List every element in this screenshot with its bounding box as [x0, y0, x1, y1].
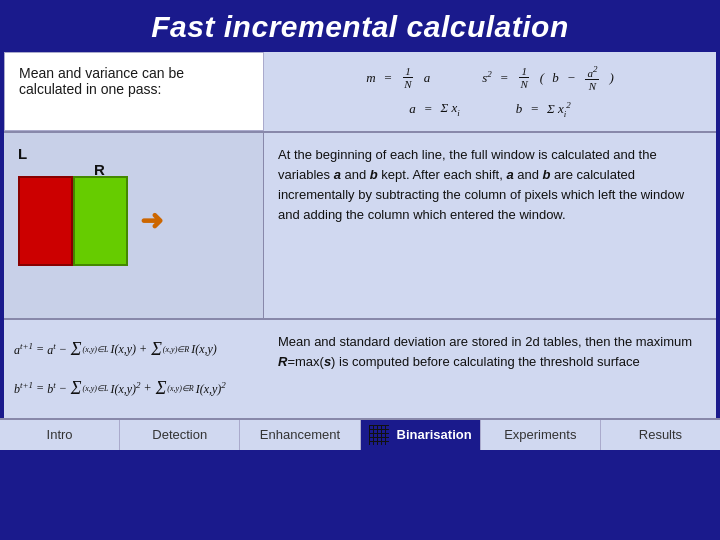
formula-image-box: m = 1N a s2 = 1N ( b − a2N ) a = Σ xi b [264, 52, 716, 131]
nav-item-detection[interactable]: Detection [120, 420, 240, 450]
red-box [18, 176, 73, 266]
increment-description: Mean and standard deviation are stored i… [264, 320, 716, 418]
window-diagram: L R ➜ [4, 133, 264, 318]
mean-variance-line2: calculated in one pass: [19, 81, 161, 97]
nav-label-experiments: Experiments [504, 427, 576, 442]
formula-b: bt+1 = bt − Σ (x,y)∈L I(x,y)2 + Σ (x,y)∈… [14, 378, 254, 399]
middle-section: L R ➜ At the beginning of each line, the… [4, 133, 716, 318]
diagram-area: ➜ [18, 176, 249, 266]
nav-label-intro: Intro [47, 427, 73, 442]
mean-variance-text: Mean and variance can be calculated in o… [4, 52, 264, 131]
nav-label-results: Results [639, 427, 682, 442]
label-L: L [18, 145, 249, 162]
label-R: R [94, 161, 105, 178]
nav-item-enhancement[interactable]: Enhancement [240, 420, 360, 450]
formula-line-2: a = Σ xi b = Σ xi2 [409, 98, 571, 121]
nav-item-experiments[interactable]: Experiments [481, 420, 601, 450]
top-section: Mean and variance can be calculated in o… [4, 52, 716, 133]
formula-a: at+1 = at − Σ (x,y)∈L I(x,y) + Σ (x,y)∈R… [14, 339, 254, 360]
nav-label-enhancement: Enhancement [260, 427, 340, 442]
bottom-section: at+1 = at − Σ (x,y)∈L I(x,y) + Σ (x,y)∈R… [4, 318, 716, 418]
binarisation-icon [369, 425, 389, 445]
nav-label-binarisation: Binarisation [397, 427, 472, 442]
page-title: Fast incremental calculation [0, 10, 720, 44]
nav-bar: Intro Detection Enhancement Binarisation… [0, 418, 720, 450]
main-content: Mean and variance can be calculated in o… [4, 52, 716, 418]
formula-line-1: m = 1N a s2 = 1N ( b − a2N ) [366, 62, 614, 94]
nav-item-intro[interactable]: Intro [0, 420, 120, 450]
nav-item-results[interactable]: Results [601, 420, 720, 450]
right-arrow-icon: ➜ [140, 204, 163, 237]
incremental-formulas: at+1 = at − Σ (x,y)∈L I(x,y) + Σ (x,y)∈R… [4, 320, 264, 418]
green-box [73, 176, 128, 266]
nav-item-binarisation[interactable]: Binarisation [361, 420, 481, 450]
mean-variance-line1: Mean and variance can be [19, 65, 184, 81]
nav-label-detection: Detection [152, 427, 207, 442]
title-bar: Fast incremental calculation [0, 0, 720, 52]
window-description: At the beginning of each line, the full … [264, 133, 716, 318]
